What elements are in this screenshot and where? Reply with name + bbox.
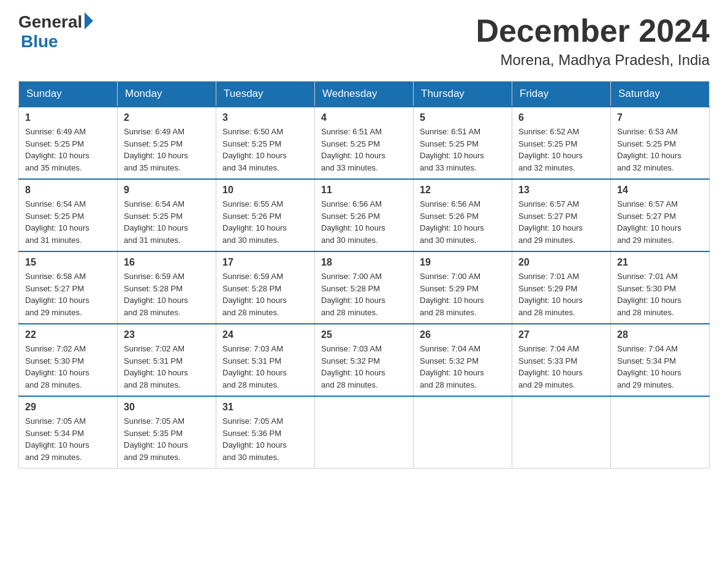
day-number: 9 — [124, 185, 210, 196]
day-info: Sunrise: 7:05 AMSunset: 5:34 PMDaylight:… — [25, 415, 111, 463]
calendar-day-cell: 16Sunrise: 6:59 AMSunset: 5:28 PMDayligh… — [118, 251, 216, 324]
day-number: 15 — [25, 257, 111, 268]
logo: General Blue — [18, 12, 93, 52]
calendar-day-cell: 21Sunrise: 7:01 AMSunset: 5:30 PMDayligh… — [611, 251, 710, 324]
day-info: Sunrise: 7:03 AMSunset: 5:31 PMDaylight:… — [222, 343, 308, 391]
day-number: 10 — [222, 185, 308, 196]
calendar-week-row: 22Sunrise: 7:02 AMSunset: 5:30 PMDayligh… — [19, 324, 710, 396]
calendar-day-cell: 13Sunrise: 6:57 AMSunset: 5:27 PMDayligh… — [512, 179, 611, 251]
calendar-day-cell: 24Sunrise: 7:03 AMSunset: 5:31 PMDayligh… — [216, 324, 315, 396]
calendar-day-cell: 28Sunrise: 7:04 AMSunset: 5:34 PMDayligh… — [611, 324, 710, 396]
calendar-day-cell: 19Sunrise: 7:00 AMSunset: 5:29 PMDayligh… — [414, 251, 512, 324]
day-number: 11 — [321, 185, 407, 196]
month-year-title: December 2024 — [476, 12, 710, 49]
calendar-day-cell: 30Sunrise: 7:05 AMSunset: 5:35 PMDayligh… — [118, 396, 216, 469]
calendar-day-cell: 25Sunrise: 7:03 AMSunset: 5:32 PMDayligh… — [315, 324, 414, 396]
day-info: Sunrise: 6:54 AMSunset: 5:25 PMDaylight:… — [25, 198, 111, 246]
day-info: Sunrise: 6:59 AMSunset: 5:28 PMDaylight:… — [124, 270, 210, 318]
day-number: 28 — [617, 329, 703, 340]
day-info: Sunrise: 6:51 AMSunset: 5:25 PMDaylight:… — [420, 126, 506, 174]
day-number: 13 — [518, 185, 604, 196]
day-number: 2 — [124, 112, 210, 123]
day-info: Sunrise: 7:04 AMSunset: 5:33 PMDaylight:… — [518, 343, 604, 391]
calendar-day-cell: 12Sunrise: 6:56 AMSunset: 5:26 PMDayligh… — [414, 179, 512, 251]
day-number: 29 — [25, 402, 111, 413]
day-number: 26 — [420, 329, 506, 340]
logo-general-text: General — [18, 12, 82, 32]
day-info: Sunrise: 6:53 AMSunset: 5:25 PMDaylight:… — [617, 126, 703, 174]
day-info: Sunrise: 7:02 AMSunset: 5:31 PMDaylight:… — [124, 343, 210, 391]
day-number: 7 — [617, 112, 703, 123]
day-info: Sunrise: 7:04 AMSunset: 5:32 PMDaylight:… — [420, 343, 506, 391]
calendar-day-cell: 23Sunrise: 7:02 AMSunset: 5:31 PMDayligh… — [118, 324, 216, 396]
calendar-day-cell: 3Sunrise: 6:50 AMSunset: 5:25 PMDaylight… — [216, 107, 315, 179]
day-number: 27 — [518, 329, 604, 340]
day-number: 31 — [222, 402, 308, 413]
title-area: December 2024 Morena, Madhya Pradesh, In… — [476, 12, 710, 69]
calendar-day-cell: 9Sunrise: 6:54 AMSunset: 5:25 PMDaylight… — [118, 179, 216, 251]
day-number: 14 — [617, 185, 703, 196]
day-info: Sunrise: 7:05 AMSunset: 5:35 PMDaylight:… — [124, 415, 210, 463]
day-number: 8 — [25, 185, 111, 196]
calendar-day-cell: 2Sunrise: 6:49 AMSunset: 5:25 PMDaylight… — [118, 107, 216, 179]
calendar-day-cell: 5Sunrise: 6:51 AMSunset: 5:25 PMDaylight… — [414, 107, 512, 179]
day-of-week-header: Sunday — [19, 82, 118, 107]
day-info: Sunrise: 7:01 AMSunset: 5:30 PMDaylight:… — [617, 270, 703, 318]
day-info: Sunrise: 6:50 AMSunset: 5:25 PMDaylight:… — [222, 126, 308, 174]
calendar-day-cell: 14Sunrise: 6:57 AMSunset: 5:27 PMDayligh… — [611, 179, 710, 251]
day-info: Sunrise: 6:56 AMSunset: 5:26 PMDaylight:… — [420, 198, 506, 246]
day-of-week-header: Saturday — [611, 82, 710, 107]
calendar-day-cell — [611, 396, 710, 469]
day-number: 4 — [321, 112, 407, 123]
day-of-week-header: Monday — [118, 82, 216, 107]
day-info: Sunrise: 6:49 AMSunset: 5:25 PMDaylight:… — [25, 126, 111, 174]
calendar-day-cell: 1Sunrise: 6:49 AMSunset: 5:25 PMDaylight… — [19, 107, 118, 179]
day-number: 21 — [617, 257, 703, 268]
day-info: Sunrise: 7:05 AMSunset: 5:36 PMDaylight:… — [222, 415, 308, 463]
calendar-day-cell: 27Sunrise: 7:04 AMSunset: 5:33 PMDayligh… — [512, 324, 611, 396]
day-number: 23 — [124, 329, 210, 340]
calendar-week-row: 1Sunrise: 6:49 AMSunset: 5:25 PMDaylight… — [19, 107, 710, 179]
calendar-week-row: 15Sunrise: 6:58 AMSunset: 5:27 PMDayligh… — [19, 251, 710, 324]
day-number: 30 — [124, 402, 210, 413]
day-of-week-header: Tuesday — [216, 82, 315, 107]
day-info: Sunrise: 6:58 AMSunset: 5:27 PMDaylight:… — [25, 270, 111, 318]
day-number: 16 — [124, 257, 210, 268]
day-info: Sunrise: 7:03 AMSunset: 5:32 PMDaylight:… — [321, 343, 407, 391]
calendar-day-cell: 20Sunrise: 7:01 AMSunset: 5:29 PMDayligh… — [512, 251, 611, 324]
page-header: General Blue December 2024 Morena, Madhy… — [18, 12, 710, 69]
calendar-day-cell — [315, 396, 414, 469]
day-number: 20 — [518, 257, 604, 268]
day-number: 3 — [222, 112, 308, 123]
day-number: 19 — [420, 257, 506, 268]
day-number: 5 — [420, 112, 506, 123]
days-of-week-row: SundayMondayTuesdayWednesdayThursdayFrid… — [19, 82, 710, 107]
day-number: 17 — [222, 257, 308, 268]
day-info: Sunrise: 6:55 AMSunset: 5:26 PMDaylight:… — [222, 198, 308, 246]
calendar-table: SundayMondayTuesdayWednesdayThursdayFrid… — [18, 81, 710, 469]
day-info: Sunrise: 7:01 AMSunset: 5:29 PMDaylight:… — [518, 270, 604, 318]
day-info: Sunrise: 7:04 AMSunset: 5:34 PMDaylight:… — [617, 343, 703, 391]
calendar-day-cell: 22Sunrise: 7:02 AMSunset: 5:30 PMDayligh… — [19, 324, 118, 396]
location-subtitle: Morena, Madhya Pradesh, India — [476, 52, 710, 69]
logo-triangle-icon — [85, 12, 93, 29]
day-info: Sunrise: 6:52 AMSunset: 5:25 PMDaylight:… — [518, 126, 604, 174]
day-info: Sunrise: 6:57 AMSunset: 5:27 PMDaylight:… — [518, 198, 604, 246]
day-number: 25 — [321, 329, 407, 340]
day-info: Sunrise: 7:00 AMSunset: 5:29 PMDaylight:… — [420, 270, 506, 318]
calendar-day-cell: 26Sunrise: 7:04 AMSunset: 5:32 PMDayligh… — [414, 324, 512, 396]
calendar-day-cell: 29Sunrise: 7:05 AMSunset: 5:34 PMDayligh… — [19, 396, 118, 469]
day-of-week-header: Wednesday — [315, 82, 414, 107]
day-number: 1 — [25, 112, 111, 123]
calendar-day-cell — [414, 396, 512, 469]
calendar-day-cell — [512, 396, 611, 469]
day-info: Sunrise: 6:51 AMSunset: 5:25 PMDaylight:… — [321, 126, 407, 174]
calendar-day-cell: 10Sunrise: 6:55 AMSunset: 5:26 PMDayligh… — [216, 179, 315, 251]
calendar-week-row: 29Sunrise: 7:05 AMSunset: 5:34 PMDayligh… — [19, 396, 710, 469]
day-info: Sunrise: 6:59 AMSunset: 5:28 PMDaylight:… — [222, 270, 308, 318]
day-info: Sunrise: 7:00 AMSunset: 5:28 PMDaylight:… — [321, 270, 407, 318]
day-number: 6 — [518, 112, 604, 123]
calendar-day-cell: 4Sunrise: 6:51 AMSunset: 5:25 PMDaylight… — [315, 107, 414, 179]
calendar-week-row: 8Sunrise: 6:54 AMSunset: 5:25 PMDaylight… — [19, 179, 710, 251]
calendar-day-cell: 6Sunrise: 6:52 AMSunset: 5:25 PMDaylight… — [512, 107, 611, 179]
